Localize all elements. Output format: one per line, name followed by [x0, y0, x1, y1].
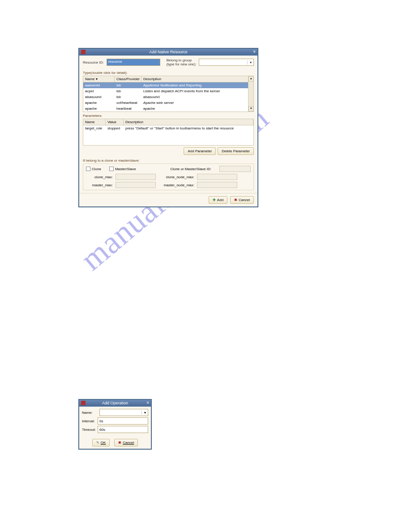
table-scrollbar[interactable]: ▴ ▾ — [248, 76, 253, 112]
master-node-max-input[interactable] — [197, 182, 237, 188]
clone-cb-label: Clone — [92, 167, 101, 171]
table-row[interactable]: apache ocf/heartbeat Apache web server — [83, 100, 253, 106]
parameters-table: Name Value Description target_role stopp… — [83, 119, 254, 146]
chevron-down-icon: ▾ — [96, 77, 98, 81]
cancel-icon: ✖ — [118, 441, 121, 445]
clone-max-input[interactable] — [116, 174, 156, 180]
add-parameter-button[interactable]: Add Parameter — [184, 147, 216, 155]
cell-class: heartbeat — [115, 106, 141, 111]
ms-cb-label: Master/Slave — [115, 167, 136, 171]
cell-class: ocf/heartbeat — [115, 100, 141, 105]
timeout-input[interactable] — [98, 426, 148, 433]
close-icon[interactable]: × — [253, 49, 256, 54]
table-row[interactable]: alsasound lsb alsasound — [83, 94, 253, 100]
cell-name: acpid — [83, 89, 115, 94]
type-section-label: Type(double click for detail): — [79, 69, 257, 76]
cell-desc: AppArmor Notification and Reporting — [141, 83, 253, 88]
master-max-label: master_max: — [86, 183, 113, 187]
add-btn-label: Add — [217, 198, 223, 202]
clone-node-max-label: clone_node_max: — [158, 175, 194, 179]
parameters-label: Parameters: — [79, 112, 257, 119]
cell-name: apache — [83, 100, 115, 105]
masterslave-checkbox[interactable]: Master/Slave — [109, 167, 136, 171]
params-row[interactable]: target_role stopped press "Default" or "… — [83, 125, 253, 131]
resource-id-label: Resource ID: — [83, 60, 104, 64]
checkbox-box-icon — [86, 167, 90, 171]
ok-button[interactable]: ✎ OK — [92, 439, 110, 446]
scroll-down-icon[interactable]: ▾ — [248, 106, 253, 112]
resource-id-input[interactable]: resource — [107, 59, 160, 66]
scroll-up-icon[interactable]: ▴ — [248, 76, 253, 82]
interval-label: Interval: — [82, 419, 96, 423]
cell-name: aaeventd — [83, 83, 115, 88]
add-button[interactable]: ✚ Add — [209, 196, 227, 204]
cancel-button[interactable]: ✖ Cancel — [230, 196, 254, 204]
dialog-titlebar[interactable]: Add Native Resource × — [79, 49, 257, 56]
belong-to-group-label: Belong to group (type for new one): — [167, 58, 197, 66]
cancel-btn-label: Cancel — [123, 441, 134, 445]
cell-class: lsb — [115, 83, 141, 88]
dialog2-title: Add Operation — [102, 401, 128, 405]
cancel-button[interactable]: ✖ Cancel — [114, 439, 138, 446]
pcell-name: target_role — [83, 125, 106, 131]
table-row[interactable]: apache heartbeat apache — [83, 106, 253, 112]
ok-icon: ✎ — [96, 441, 99, 445]
params-header: Name Value Description — [83, 119, 253, 125]
add-operation-dialog: Add Operation × Name: ▾ Interval: Timeou… — [79, 399, 151, 449]
add-native-resource-dialog: Add Native Resource × Resource ID: resou… — [79, 48, 258, 207]
timeout-label: Timeout: — [82, 428, 96, 432]
interval-input[interactable] — [98, 417, 148, 425]
belong-to-group-combo[interactable]: ▾ — [199, 59, 254, 66]
name-label: Name: — [82, 411, 98, 415]
pcell-value: stopped — [106, 125, 124, 131]
dialog-title: Add Native Resource — [149, 50, 187, 54]
clone-id-label: Clone or Master/Slave ID: — [170, 167, 211, 171]
chevron-down-icon[interactable]: ▾ — [141, 411, 148, 415]
cell-class: lsb — [115, 89, 141, 94]
resource-type-table: Name ▾ Class/Provider Description aaeven… — [83, 76, 254, 112]
cancel-icon: ✖ — [234, 198, 237, 202]
cell-name: apache — [83, 106, 115, 111]
cell-desc: alsasound — [141, 94, 253, 99]
col-name[interactable]: Name ▾ — [83, 76, 115, 82]
col-desc[interactable]: Description — [141, 76, 253, 82]
master-node-max-label: master_node_max: — [158, 183, 194, 187]
clone-node-max-input[interactable] — [197, 174, 237, 180]
app-icon — [81, 401, 86, 405]
close-icon[interactable]: × — [146, 400, 149, 405]
cell-desc: apache — [141, 106, 253, 111]
clone-checkbox[interactable]: Clone — [86, 167, 101, 171]
plus-icon: ✚ — [213, 198, 216, 202]
table-row[interactable]: acpid lsb Listen and dispatch ACPI event… — [83, 88, 253, 94]
cell-class: lsb — [115, 94, 141, 99]
pcol-desc[interactable]: Description — [124, 119, 253, 125]
pcell-desc: press "Default" or "Start" button in too… — [124, 125, 253, 131]
clone-section-label: If belong to a clone or master/slave: — [79, 157, 257, 163]
clone-max-label: clone_max: — [86, 175, 113, 179]
chevron-down-icon[interactable]: ▾ — [247, 60, 253, 64]
master-max-input[interactable] — [116, 182, 156, 188]
table-header: Name ▾ Class/Provider Description — [83, 76, 253, 82]
table-row[interactable]: aaeventd lsb AppArmor Notification and R… — [83, 82, 253, 88]
pcol-value[interactable]: Value — [106, 119, 124, 125]
checkbox-box-icon — [109, 167, 114, 171]
dialog2-titlebar[interactable]: Add Operation × — [79, 400, 151, 407]
cell-desc: Apache web server — [141, 100, 253, 105]
clone-section: Clone Master/Slave Clone or Master/Slave… — [83, 163, 254, 190]
cancel-btn-label: Cancel — [239, 198, 250, 202]
name-combo[interactable]: ▾ — [99, 409, 148, 416]
app-icon — [81, 50, 86, 54]
clone-id-input[interactable] — [219, 166, 251, 172]
cell-name: alsasound — [83, 94, 115, 99]
delete-parameter-button[interactable]: Delete Parameter — [218, 147, 254, 155]
ok-btn-label: OK — [101, 441, 106, 445]
col-class[interactable]: Class/Provider — [115, 76, 141, 82]
pcol-name[interactable]: Name — [83, 119, 106, 125]
cell-desc: Listen and dispatch ACPI events from the… — [141, 89, 253, 94]
